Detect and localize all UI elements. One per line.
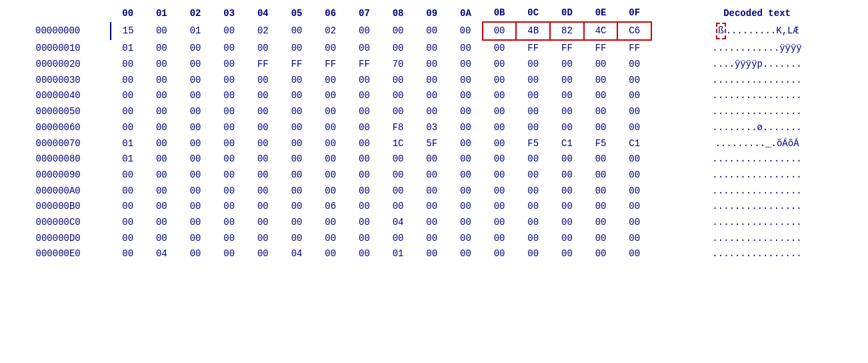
hex-cell[interactable]: 00 (449, 136, 483, 152)
hex-cell[interactable]: 00 (111, 88, 145, 104)
hex-cell[interactable]: 00 (347, 73, 381, 89)
hex-cell[interactable]: 00 (212, 246, 246, 262)
hex-cell[interactable]: 00 (111, 199, 145, 215)
hex-cell[interactable]: 00 (313, 88, 347, 104)
hex-cell[interactable]: 00 (381, 40, 415, 57)
hex-cell[interactable]: 00 (516, 151, 550, 167)
hex-cell[interactable]: 00 (483, 136, 517, 152)
hex-cell[interactable]: 00 (280, 120, 314, 136)
hex-cell[interactable]: 00 (145, 184, 179, 200)
hex-cell[interactable]: 00 (483, 231, 517, 247)
hex-cell[interactable]: 00 (516, 88, 550, 104)
hex-cell[interactable]: 00 (347, 88, 381, 104)
hex-cell[interactable]: 00 (381, 184, 415, 200)
hex-cell[interactable]: 03 (415, 120, 449, 136)
hex-cell[interactable]: 00 (449, 215, 483, 231)
hex-cell[interactable]: 00 (516, 231, 550, 247)
hex-cell[interactable]: 00 (449, 231, 483, 247)
hex-cell[interactable]: 00 (617, 199, 651, 215)
hex-cell[interactable]: 00 (246, 88, 280, 104)
hex-cell[interactable]: 00 (483, 184, 517, 200)
hex-cell[interactable]: 00 (280, 231, 314, 247)
hex-cell[interactable]: 00 (550, 120, 584, 136)
hex-cell[interactable]: 00 (483, 151, 517, 167)
hex-cell[interactable]: 00 (347, 246, 381, 262)
hex-cell[interactable]: 00 (280, 22, 314, 41)
hex-cell[interactable]: 00 (179, 88, 213, 104)
hex-cell[interactable]: 70 (381, 57, 415, 73)
hex-cell[interactable]: 00 (449, 167, 483, 184)
hex-cell[interactable]: 00 (483, 73, 517, 89)
hex-cell[interactable]: 00 (280, 151, 314, 167)
hex-cell[interactable]: 00 (449, 57, 483, 73)
hex-cell[interactable]: 00 (415, 57, 449, 73)
hex-cell[interactable]: 01 (381, 246, 415, 262)
hex-cell[interactable]: 04 (145, 246, 179, 262)
hex-cell[interactable]: 06 (313, 199, 347, 215)
hex-cell[interactable]: 00 (550, 199, 584, 215)
hex-cell[interactable]: 00 (550, 167, 584, 184)
hex-cell[interactable]: 00 (347, 167, 381, 184)
hex-cell[interactable]: 00 (584, 151, 618, 167)
hex-cell[interactable]: 00 (179, 199, 213, 215)
hex-cell[interactable]: 00 (280, 104, 314, 120)
hex-cell[interactable]: 00 (246, 167, 280, 184)
hex-cell[interactable]: 00 (313, 120, 347, 136)
hex-cell[interactable]: 00 (516, 246, 550, 262)
hex-cell[interactable]: 00 (212, 184, 246, 200)
hex-cell[interactable]: FF (617, 40, 651, 57)
hex-cell[interactable]: 00 (381, 73, 415, 89)
hex-cell[interactable]: 00 (584, 199, 618, 215)
hex-cell[interactable]: FF (584, 40, 618, 57)
hex-cell[interactable]: 00 (550, 73, 584, 89)
hex-cell[interactable]: 00 (381, 199, 415, 215)
hex-cell[interactable]: 00 (145, 215, 179, 231)
hex-cell[interactable]: 00 (212, 136, 246, 152)
hex-cell[interactable]: 00 (449, 88, 483, 104)
hex-cell[interactable]: 00 (111, 167, 145, 184)
hex-cell[interactable]: 00 (179, 120, 213, 136)
hex-cell[interactable]: 00 (483, 246, 517, 262)
hex-cell[interactable]: 00 (617, 151, 651, 167)
hex-cell[interactable]: 00 (179, 104, 213, 120)
hex-cell[interactable]: 00 (516, 184, 550, 200)
hex-cell[interactable]: 00 (313, 231, 347, 247)
hex-cell[interactable]: 01 (111, 151, 145, 167)
hex-cell[interactable]: 00 (381, 167, 415, 184)
hex-cell[interactable]: 00 (415, 184, 449, 200)
hex-cell[interactable]: 00 (212, 215, 246, 231)
hex-cell[interactable]: 00 (516, 120, 550, 136)
hex-cell[interactable]: 00 (179, 215, 213, 231)
hex-cell[interactable]: 1C (381, 136, 415, 152)
hex-cell[interactable]: 5F (415, 136, 449, 152)
hex-cell[interactable]: 00 (313, 215, 347, 231)
hex-cell[interactable]: 00 (313, 40, 347, 57)
hex-cell[interactable]: C1 (617, 136, 651, 152)
hex-cell[interactable]: 00 (584, 184, 618, 200)
hex-cell[interactable]: 00 (246, 40, 280, 57)
hex-cell[interactable]: 00 (550, 215, 584, 231)
hex-cell[interactable]: 00 (617, 88, 651, 104)
hex-cell[interactable]: 00 (415, 167, 449, 184)
hex-cell[interactable]: 00 (212, 151, 246, 167)
hex-cell[interactable]: 02 (246, 22, 280, 41)
hex-cell[interactable]: 00 (617, 184, 651, 200)
hex-cell[interactable]: 00 (246, 215, 280, 231)
hex-cell[interactable]: 00 (145, 199, 179, 215)
hex-cell[interactable]: 00 (584, 88, 618, 104)
hex-cell[interactable]: 00 (483, 199, 517, 215)
hex-cell[interactable]: 00 (145, 88, 179, 104)
hex-cell[interactable]: 00 (145, 231, 179, 247)
hex-cell[interactable]: 00 (550, 151, 584, 167)
hex-cell[interactable]: 00 (584, 167, 618, 184)
hex-cell[interactable]: 00 (483, 88, 517, 104)
hex-cell[interactable]: F5 (516, 136, 550, 152)
hex-cell[interactable]: 00 (347, 40, 381, 57)
hex-cell[interactable]: 00 (483, 104, 517, 120)
hex-cell[interactable]: 00 (179, 246, 213, 262)
hex-cell[interactable]: 00 (347, 215, 381, 231)
hex-cell[interactable]: 00 (483, 215, 517, 231)
hex-cell[interactable]: FF (347, 57, 381, 73)
hex-cell[interactable]: 00 (179, 167, 213, 184)
hex-cell[interactable]: 00 (179, 231, 213, 247)
